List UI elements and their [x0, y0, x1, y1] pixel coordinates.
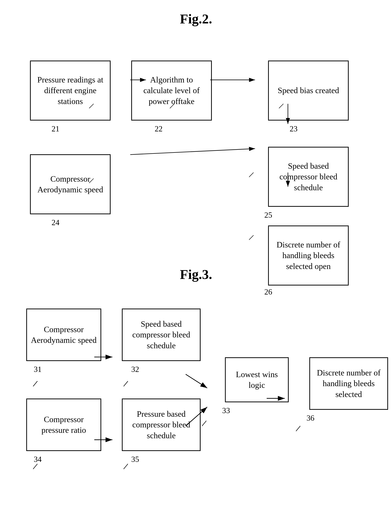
svg-line-22 [124, 464, 128, 469]
box-24: Compressor Aerodynamic speed [30, 154, 111, 214]
label-32: 32 [131, 365, 139, 374]
svg-line-20 [202, 421, 206, 426]
svg-line-21 [33, 464, 37, 469]
label-24: 24 [51, 218, 59, 227]
svg-line-10 [249, 173, 253, 177]
page: Fig.2. Pressure readings at different en… [0, 0, 392, 532]
box-22: Algorithm to calculate level of power of… [131, 61, 212, 121]
box-35: Pressure based compressor bleed schedule [122, 399, 201, 451]
label-33: 33 [222, 406, 230, 415]
label-23: 23 [290, 124, 298, 133]
fig2-title: Fig.2. [15, 11, 377, 27]
label-31: 31 [34, 365, 42, 374]
box-33: Lowest wins logic [225, 357, 289, 402]
box-31: Compressor Aerodynamic speed [26, 308, 101, 361]
box-23: Speed bias created [268, 61, 349, 121]
box-32: Speed based compressor bleed schedule [122, 308, 201, 361]
svg-line-19 [124, 381, 128, 386]
box-34: Compressor pressure ratio [26, 399, 101, 451]
fig2-diagram: Pressure readings at different engine st… [15, 38, 377, 244]
svg-line-14 [186, 374, 207, 388]
label-34: 34 [34, 455, 42, 464]
box-36: Discrete number of handling bleeds selec… [309, 357, 388, 410]
label-36: 36 [307, 414, 314, 423]
fig3-diagram: Compressor Aerodynamic speed Speed based… [15, 294, 377, 500]
svg-line-23 [296, 426, 300, 431]
box-26: Discrete number of handling bleeds selec… [268, 225, 349, 285]
svg-line-18 [33, 381, 37, 386]
label-35: 35 [131, 455, 139, 464]
label-22: 22 [155, 124, 163, 133]
svg-line-11 [249, 235, 253, 240]
label-21: 21 [51, 124, 59, 133]
box-21: Pressure readings at different engine st… [30, 61, 111, 121]
box-25: Speed based compressor bleed schedule [268, 147, 349, 207]
label-25: 25 [264, 210, 272, 219]
svg-line-4 [130, 149, 255, 155]
